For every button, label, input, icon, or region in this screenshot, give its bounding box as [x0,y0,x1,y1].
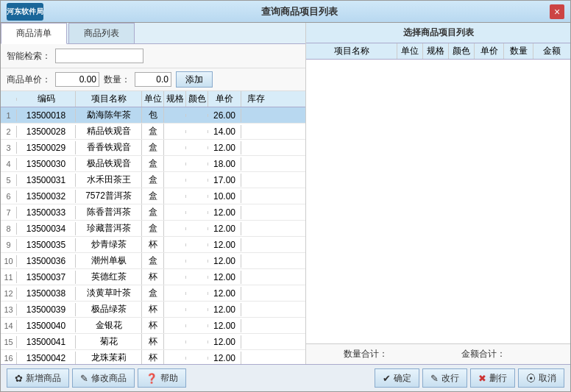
row-spec [164,308,186,311]
left-panel: 商品清单 商品列表 智能检索： 商品单价： 数量： 添加 [1,23,306,364]
rheader-spec: 规格 [423,43,449,59]
row-num: 10 [1,255,17,267]
table-row[interactable]: 12 13500038 淡黄草叶茶 盒 12.00 [1,285,305,302]
row-color [186,276,208,279]
table-row[interactable]: 15 13500041 菊花 杯 12.00 [1,334,305,350]
table-row[interactable]: 2 13500028 精品铁观音 盒 14.00 [1,124,305,140]
help-button[interactable]: ❓ 帮助 [138,368,186,388]
row-num: 11 [1,271,17,283]
header-num [1,98,17,101]
row-stock [241,341,271,343]
row-stock [241,179,271,182]
row-num: 12 [1,288,17,299]
row-spec [164,292,186,295]
row-spec [164,243,186,246]
row-unit: 包 [142,107,164,123]
row-code: 13500034 [17,222,76,235]
row-price: 12.00 [208,206,241,219]
row-spec [164,211,186,214]
row-stock [241,163,271,165]
confirm-button[interactable]: ✔ 确定 [375,368,419,388]
edit-product-button[interactable]: ✎ 修改商品 [72,368,135,388]
new-product-button[interactable]: ✿ 新增商品 [7,368,69,388]
row-unit: 盒 [142,188,164,204]
row-name: 龙珠茉莉 [76,350,142,364]
row-unit: 盒 [142,285,164,301]
row-color [186,114,208,117]
product-table: 编码 项目名称 单位 规格 颜色 单价 库存 1 13500018 勐海陈年茶 … [1,91,305,364]
header-price: 单价 [208,91,241,107]
row-num: 8 [1,223,17,235]
table-row[interactable]: 3 13500029 香香铁观音 盒 12.00 [1,140,305,156]
table-row[interactable]: 14 13500040 金银花 杯 12.00 [1,318,305,334]
row-unit: 杯 [142,318,164,333]
search-bar: 智能检索： [1,44,305,68]
close-button[interactable]: × [550,4,564,19]
row-num: 4 [1,158,17,170]
row-num: 7 [1,207,17,218]
price-input[interactable] [55,72,99,87]
table-row[interactable]: 1 13500018 勐海陈年茶 包 26.00 [1,107,305,124]
spacer [189,368,372,388]
row-price: 12.00 [208,287,241,300]
table-row[interactable]: 7 13500033 陈香普洱茶 盒 12.00 [1,204,305,221]
header-unit: 单位 [142,91,164,107]
add-button[interactable]: 添加 [176,71,213,88]
rheader-unit: 单位 [397,43,423,59]
confirm-icon: ✔ [383,373,391,384]
right-table-header: 项目名称 单位 规格 颜色 单价 数量 金额 [306,43,570,60]
row-code: 13500030 [17,157,76,171]
row-color [186,324,208,327]
row-code: 13500028 [17,125,76,138]
row-stock [241,260,271,263]
rheader-amount: 金额 [533,43,570,59]
row-unit: 杯 [142,350,164,364]
table-header: 编码 项目名称 单位 规格 颜色 单价 库存 [1,91,305,107]
table-row[interactable]: 11 13500037 英德红茶 杯 12.00 [1,269,305,285]
row-code: 13500042 [17,352,76,365]
logo: 河东软件局 [7,3,43,21]
row-num: 13 [1,304,17,316]
row-spec [164,227,186,230]
delete-button[interactable]: ✖ 删行 [470,368,515,388]
tab-product-list[interactable]: 商品清单 [1,23,67,44]
help-icon: ❓ [146,373,157,384]
row-name: 陈香普洱茶 [76,204,142,220]
search-label: 智能检索： [7,50,51,63]
row-unit: 盒 [142,156,164,171]
row-spec [164,130,186,133]
row-price: 12.00 [208,352,241,365]
row-name: 炒青绿茶 [76,237,142,252]
right-buttons: ✔ 确定 ✎ 改行 ✖ 删行 🖸 取消 [375,368,564,388]
cancel-label: 取消 [539,372,556,385]
table-row[interactable]: 6 13500032 7572普洱茶 盒 10.00 [1,188,305,204]
table-row[interactable]: 16 13500042 龙珠茉莉 杯 12.00 [1,350,305,364]
row-color [186,163,208,165]
row-name: 精品铁观音 [76,124,142,139]
rheader-color: 颜色 [449,43,475,59]
table-row[interactable]: 8 13500034 珍藏普洱茶 盒 12.00 [1,221,305,237]
row-unit: 杯 [142,302,164,317]
row-code: 13500032 [17,190,76,203]
table-row[interactable]: 5 13500031 水禾田茶王 盒 17.00 [1,172,305,188]
modify-button[interactable]: ✎ 改行 [422,368,467,388]
new-product-label: 新增商品 [26,372,61,385]
qty-input[interactable] [135,72,171,87]
row-stock [241,243,271,246]
row-color [186,341,208,343]
cancel-button[interactable]: 🖸 取消 [518,368,564,388]
modify-icon: ✎ [430,373,439,384]
row-num: 2 [1,126,17,138]
row-price: 10.00 [208,190,241,203]
delete-icon: ✖ [478,373,486,384]
row-code: 13500041 [17,335,76,349]
row-color [186,260,208,263]
search-input[interactable] [55,49,143,63]
row-stock [241,276,271,279]
table-row[interactable]: 13 13500039 极品绿茶 杯 12.00 [1,302,305,318]
table-row[interactable]: 10 13500036 潮州单枞 盒 12.00 [1,253,305,269]
table-row[interactable]: 4 13500030 极品铁观音 盒 18.00 [1,156,305,172]
row-name: 水禾田茶王 [76,172,142,188]
table-row[interactable]: 9 13500035 炒青绿茶 杯 12.00 [1,237,305,253]
tab-product-catalog[interactable]: 商品列表 [68,23,135,43]
